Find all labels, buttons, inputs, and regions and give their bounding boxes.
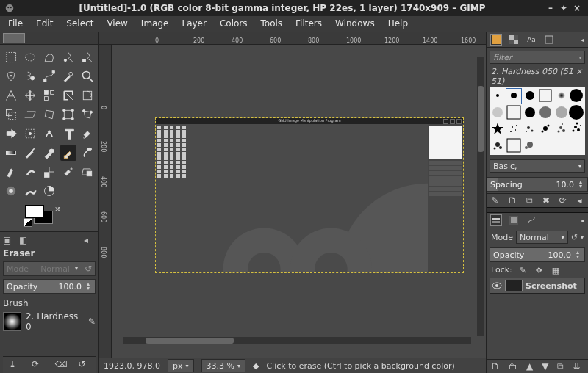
brush-preview-icon[interactable] xyxy=(3,312,21,331)
move-icon[interactable] xyxy=(22,87,38,104)
menu-file[interactable]: File xyxy=(1,16,29,32)
menu-tools[interactable]: Tools xyxy=(254,16,290,32)
duplicate-brush-icon[interactable]: ⧉ xyxy=(526,195,534,206)
mode-reset-icon[interactable]: ↺ xyxy=(571,233,578,242)
lock-pixels-icon[interactable]: ✎ xyxy=(520,266,528,275)
dock-menu-icon[interactable]: ◂ xyxy=(581,37,584,43)
free-select-icon[interactable] xyxy=(41,49,57,65)
dodge-burn-icon[interactable] xyxy=(41,183,57,199)
visibility-toggle-icon[interactable] xyxy=(492,280,502,291)
airbrush-icon[interactable] xyxy=(79,145,96,161)
window-maximize-button[interactable]: ✦ xyxy=(557,3,570,13)
unified-transform-icon[interactable] xyxy=(60,106,76,123)
warp-icon[interactable] xyxy=(41,126,57,142)
shear-icon[interactable] xyxy=(22,106,38,123)
merge-down-icon[interactable]: ⇊ xyxy=(573,361,580,372)
fuzzy-select-icon[interactable] xyxy=(60,49,76,65)
zoom-selector[interactable]: 33.3 %▾ xyxy=(201,359,245,372)
eraser-icon[interactable] xyxy=(60,145,76,161)
text-icon[interactable] xyxy=(60,126,76,142)
menu-select[interactable]: Select xyxy=(60,16,100,32)
brush-filter-input[interactable]: filter▾ xyxy=(490,51,585,64)
smudge-icon[interactable] xyxy=(22,183,38,199)
foreground-select-icon[interactable] xyxy=(22,68,38,84)
perspective-icon[interactable] xyxy=(41,106,57,123)
layer-name[interactable]: Screenshot xyxy=(526,281,577,291)
menu-layer[interactable]: Layer xyxy=(175,16,212,32)
raise-layer-icon[interactable]: ▲ xyxy=(526,361,533,372)
paths-icon[interactable] xyxy=(41,68,57,84)
tool-options-tab-icon[interactable]: ▣ xyxy=(3,235,15,247)
menu-view[interactable]: View xyxy=(100,16,134,32)
reset-colors-icon[interactable] xyxy=(24,218,32,227)
brush-grid[interactable] xyxy=(490,87,585,155)
blur-sharpen-icon[interactable] xyxy=(3,183,19,199)
handle-transform-icon[interactable] xyxy=(79,106,96,123)
layer-mode-selector[interactable]: Normal▾ xyxy=(516,231,568,244)
flip-icon[interactable] xyxy=(3,126,19,142)
by-color-select-icon[interactable] xyxy=(79,49,96,65)
channels-tab-icon[interactable] xyxy=(509,215,519,225)
ruler-vertical[interactable]: 0200400600800 xyxy=(99,45,112,358)
delete-brush-icon[interactable]: ✖ xyxy=(542,195,551,206)
cage-icon[interactable] xyxy=(22,126,38,142)
brush-spacing-slider[interactable]: Spacing 10.0 ▴▾ xyxy=(487,177,588,192)
scale-icon[interactable] xyxy=(3,106,19,123)
lower-layer-icon[interactable]: ▼ xyxy=(542,361,548,372)
open-as-image-icon[interactable]: ◂ xyxy=(576,195,584,206)
delete-preset-icon[interactable]: ⌫ xyxy=(55,359,67,371)
measure-icon[interactable] xyxy=(3,87,19,104)
zoom-icon[interactable] xyxy=(79,68,96,84)
fonts-tab-icon[interactable]: Aa xyxy=(526,35,537,45)
brush-preset-selector[interactable]: Basic,▾ xyxy=(490,159,585,173)
dock-splitter[interactable] xyxy=(487,207,588,213)
patterns-tab-icon[interactable] xyxy=(509,35,519,45)
reset-preset-icon[interactable]: ↺ xyxy=(78,359,90,371)
window-close-button[interactable]: × xyxy=(570,3,584,13)
rectangle-select-icon[interactable] xyxy=(3,49,19,65)
ink-icon[interactable] xyxy=(3,164,19,180)
device-status-tab-icon[interactable]: ◧ xyxy=(19,235,31,247)
history-tab-icon[interactable] xyxy=(544,35,554,45)
mode-menu-icon[interactable]: ▾ xyxy=(581,234,584,241)
new-layer-icon[interactable]: 🗋 xyxy=(491,361,500,372)
canvas-area[interactable]: GNU Image Manipulation Program xyxy=(112,45,486,358)
fg-color-swatch[interactable] xyxy=(25,205,44,218)
paths-tab-icon[interactable] xyxy=(526,215,537,225)
brush-selector[interactable]: Brush xyxy=(3,298,96,308)
refresh-brushes-icon[interactable]: ⟳ xyxy=(559,195,567,206)
layer-opacity-slider[interactable]: Opacity 100.0 ▴▾ xyxy=(490,247,585,262)
pencil-icon[interactable] xyxy=(22,145,38,161)
mypaint-brush-icon[interactable] xyxy=(22,164,38,180)
restore-preset-icon[interactable]: ⟳ xyxy=(32,359,43,371)
menu-filters[interactable]: Filters xyxy=(289,16,329,32)
opacity-slider[interactable]: Opacity 100.0 ▴▾ xyxy=(3,279,96,294)
unit-selector[interactable]: px▾ xyxy=(168,359,194,372)
bucket-fill-icon[interactable] xyxy=(79,126,96,142)
ruler-horizontal[interactable]: 02004006008001000120014001600 xyxy=(99,32,486,45)
paintbrush-icon[interactable] xyxy=(41,145,57,161)
clone-icon[interactable] xyxy=(41,164,57,180)
layer-thumbnail[interactable] xyxy=(505,280,523,291)
new-group-icon[interactable]: 🗀 xyxy=(509,361,517,372)
save-preset-icon[interactable]: ⤓ xyxy=(9,359,21,371)
brushes-tab-icon[interactable] xyxy=(491,35,501,45)
menu-help[interactable]: Help xyxy=(381,16,415,32)
rotate-icon[interactable] xyxy=(79,87,96,104)
window-minimize-button[interactable]: – xyxy=(544,3,557,13)
crop-icon[interactable] xyxy=(60,87,76,104)
scrollbar-horizontal[interactable] xyxy=(123,337,471,344)
color-picker-icon[interactable] xyxy=(60,68,76,84)
heal-icon[interactable] xyxy=(60,164,76,180)
scrollbar-vertical[interactable] xyxy=(477,57,484,336)
ellipse-select-icon[interactable] xyxy=(22,49,38,65)
image-tab-thumb[interactable] xyxy=(3,33,25,43)
canvas[interactable]: GNU Image Manipulation Program xyxy=(156,118,463,272)
menu-image[interactable]: Image xyxy=(135,16,176,32)
new-brush-icon[interactable]: 🗋 xyxy=(508,195,517,206)
fg-bg-color[interactable]: ⤭ xyxy=(4,205,98,231)
menu-windows[interactable]: Windows xyxy=(329,16,381,32)
dock-menu-icon[interactable]: ◂ xyxy=(581,217,584,224)
menu-colors[interactable]: Colors xyxy=(213,16,254,32)
duplicate-layer-icon[interactable]: ⧉ xyxy=(557,361,564,372)
